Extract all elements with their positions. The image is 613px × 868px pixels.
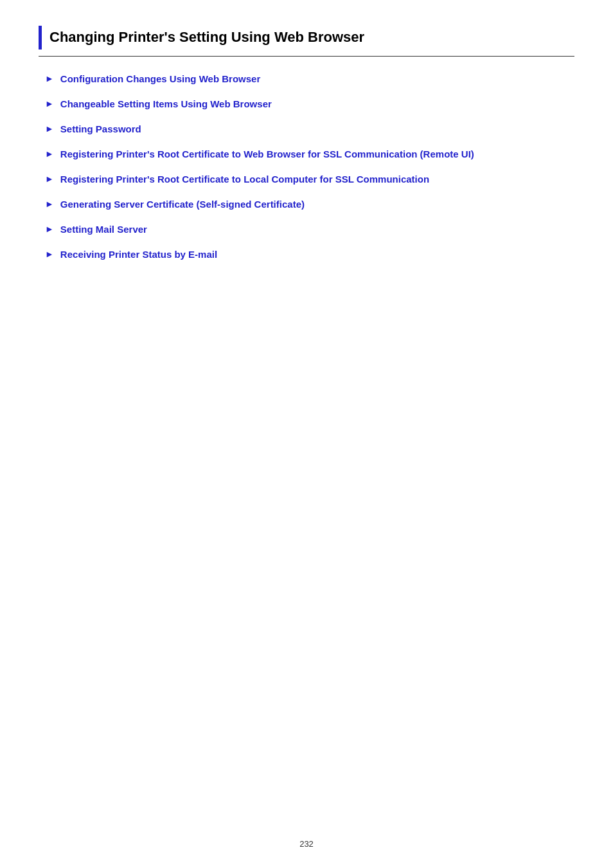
arrow-icon: ► [45,98,54,109]
toc-link-generate-cert[interactable]: Generating Server Certificate (Self-sign… [60,197,305,211]
header-accent-bar [39,26,42,50]
arrow-icon: ► [45,249,54,259]
page-header: Changing Printer's Setting Using Web Bro… [39,26,574,57]
toc-link-changeable-items[interactable]: Changeable Setting Items Using Web Brows… [60,97,272,111]
toc-link-register-local-cert[interactable]: Registering Printer's Root Certificate t… [60,172,429,186]
list-item: ► Configuration Changes Using Web Browse… [45,72,574,86]
list-item: ► Generating Server Certificate (Self-si… [45,197,574,211]
list-item: ► Setting Password [45,122,574,136]
arrow-icon: ► [45,149,54,159]
page-number: 232 [299,839,314,849]
toc-link-register-web-browser-cert[interactable]: Registering Printer's Root Certificate t… [60,147,474,161]
toc-link-setting-password[interactable]: Setting Password [60,122,141,136]
page-title: Changing Printer's Setting Using Web Bro… [49,26,364,50]
arrow-icon: ► [45,224,54,234]
list-item: ► Changeable Setting Items Using Web Bro… [45,97,574,111]
arrow-icon: ► [45,123,54,134]
toc-link-setting-mail-server[interactable]: Setting Mail Server [60,222,147,236]
list-item: ► Setting Mail Server [45,222,574,236]
list-item: ► Registering Printer's Root Certificate… [45,147,574,161]
arrow-icon: ► [45,199,54,209]
arrow-icon: ► [45,73,54,84]
arrow-icon: ► [45,174,54,184]
toc-link-config-changes[interactable]: Configuration Changes Using Web Browser [60,72,260,86]
list-item: ► Registering Printer's Root Certificate… [45,172,574,186]
list-item: ► Receiving Printer Status by E-mail [45,248,574,261]
toc-link-receiving-status[interactable]: Receiving Printer Status by E-mail [60,248,217,261]
toc-list: ► Configuration Changes Using Web Browse… [39,72,574,261]
page-container: Changing Printer's Setting Using Web Bro… [0,0,613,868]
